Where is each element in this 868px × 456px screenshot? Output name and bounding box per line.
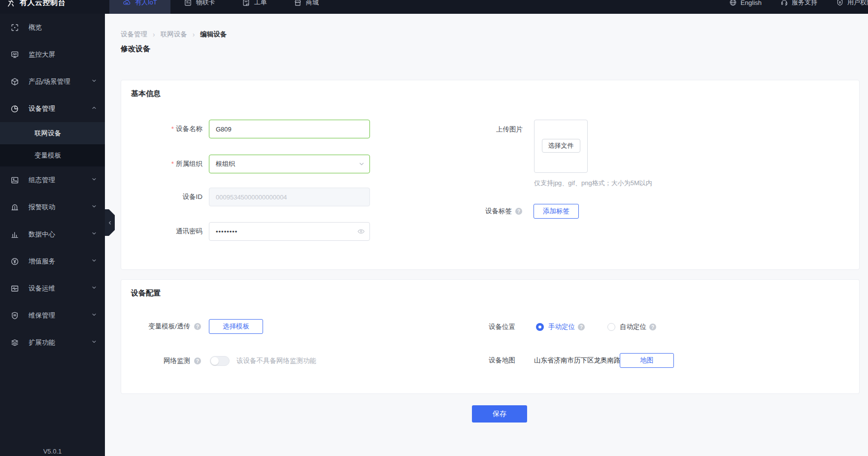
- choose-file-button[interactable]: 选择文件: [542, 139, 580, 153]
- language-switch[interactable]: English: [729, 0, 762, 6]
- sidebar-item-monitor-screen[interactable]: 监控大屏: [0, 41, 105, 68]
- help-icon[interactable]: ?: [649, 324, 656, 330]
- user-permissions-label: 用户权限: [847, 0, 868, 7]
- version-label: V5.0.1: [0, 448, 105, 455]
- breadcrumb-separator: ›: [153, 31, 155, 38]
- device-location-label: 设备位置: [446, 323, 515, 331]
- work-order-icon: [242, 0, 250, 7]
- service-support[interactable]: 服务支持: [780, 0, 817, 7]
- basic-info-title: 基本信息: [131, 89, 161, 98]
- image-icon: [10, 176, 19, 185]
- tab-label: 商城: [306, 0, 319, 7]
- sidebar-item-alarm-linkage[interactable]: 报警联动: [0, 194, 105, 221]
- sidebar: 概览 监控大屏 产品/场景管理: [0, 14, 105, 456]
- device-config-card: 设备配置 变量模板/透传 ? 选择模板 网络监测 ? 该设备不具备网络监测功能 …: [121, 279, 860, 394]
- sidebar-item-label: 数据中心: [29, 230, 55, 239]
- upload-dropzone[interactable]: 选择文件: [534, 120, 588, 173]
- tab-mall[interactable]: 商城: [280, 0, 332, 14]
- shield-check-icon: [10, 311, 19, 320]
- upload-image-label: 上传图片: [441, 125, 523, 134]
- organization-selected-value: 根组织: [216, 160, 235, 168]
- chevron-down-icon: [91, 78, 97, 85]
- sidebar-item-value-added-services[interactable]: 增值服务: [0, 248, 105, 275]
- top-nav-tabs: 有人IoT 物联卡 工单: [109, 0, 332, 14]
- pie-chart-icon: [10, 104, 19, 113]
- sidebar-item-device-ops[interactable]: 设备运维: [0, 275, 105, 302]
- auto-location-radio[interactable]: [607, 323, 615, 331]
- main-content: 设备管理 › 联网设备 › 编辑设备 修改设备 基本信息 *设备名称 *所属组织…: [105, 14, 868, 456]
- chevron-down-icon: [358, 161, 365, 167]
- device-address-text: 山东省济南市历下区龙奥南路: [534, 356, 621, 365]
- globe-icon: [729, 0, 737, 6]
- map-button[interactable]: 地图: [620, 353, 674, 368]
- topbar: 有人云控制台 有人IoT: [0, 0, 868, 14]
- comm-password-input[interactable]: [209, 222, 370, 241]
- breadcrumb-device-management[interactable]: 设备管理: [121, 30, 147, 39]
- basic-info-card: 基本信息 *设备名称 *所属组织 根组织 设备ID: [121, 80, 860, 270]
- breadcrumb: 设备管理 › 联网设备 › 编辑设备: [121, 30, 227, 39]
- page-title: 修改设备: [121, 44, 150, 54]
- shield-icon: [836, 0, 844, 6]
- cloud-icon: [123, 0, 131, 7]
- network-monitor-hint: 该设备不具备网络监测功能: [236, 357, 316, 365]
- save-button[interactable]: 保存: [472, 405, 527, 423]
- help-icon[interactable]: ?: [515, 208, 522, 215]
- device-management-submenu: 联网设备 变量模板: [0, 122, 105, 166]
- sidebar-item-extended-functions[interactable]: 扩展功能: [0, 329, 105, 356]
- sidebar-item-configuration-mgmt[interactable]: 组态管理: [0, 166, 105, 194]
- ops-icon: [10, 284, 19, 293]
- tab-iot-card[interactable]: 物联卡: [170, 0, 229, 14]
- sidebar-subitem-label: 联网设备: [34, 129, 61, 138]
- network-monitor-toggle[interactable]: [210, 356, 230, 366]
- required-mark: *: [171, 125, 174, 132]
- sidebar-subitem-variable-template[interactable]: 变量模板: [0, 144, 105, 166]
- chevron-down-icon: [91, 176, 97, 184]
- network-monitor-label: 网络监测: [121, 357, 190, 365]
- sidebar-item-label: 维保管理: [29, 311, 55, 320]
- sidebar-item-data-center[interactable]: 数据中心: [0, 221, 105, 248]
- tab-youren-iot[interactable]: 有人IoT: [109, 0, 170, 14]
- manual-location-radio[interactable]: [536, 323, 544, 331]
- sidebar-item-label: 产品/场景管理: [29, 77, 70, 86]
- logo[interactable]: 有人云控制台: [0, 0, 104, 7]
- sidebar-item-product-scene[interactable]: 产品/场景管理: [0, 68, 105, 95]
- alarm-icon: [10, 203, 19, 212]
- sidebar-item-label: 监控大屏: [29, 50, 55, 59]
- manual-location-label[interactable]: 手动定位: [548, 323, 575, 331]
- app-window: 有人云控制台 有人IoT: [0, 0, 868, 456]
- sidebar-item-maintenance-mgmt[interactable]: 维保管理: [0, 302, 105, 329]
- device-id-label: 设备ID: [121, 193, 202, 201]
- choose-template-button[interactable]: 选择模板: [209, 319, 263, 334]
- language-label: English: [740, 0, 762, 6]
- sidebar-item-overview[interactable]: 概览: [0, 14, 105, 41]
- sidebar-item-label: 扩展功能: [29, 338, 55, 347]
- tab-label: 物联卡: [196, 0, 215, 7]
- eye-icon[interactable]: [357, 228, 365, 235]
- tab-work-order[interactable]: 工单: [229, 0, 280, 14]
- yen-icon: [10, 257, 19, 266]
- chevron-down-icon: [91, 258, 97, 265]
- sidebar-item-device-management[interactable]: 设备管理: [0, 95, 105, 122]
- chevron-down-icon: [91, 230, 97, 238]
- auto-location-label[interactable]: 自动定位: [620, 323, 646, 331]
- breadcrumb-connected-devices[interactable]: 联网设备: [161, 30, 187, 39]
- sidebar-subitem-connected-devices[interactable]: 联网设备: [0, 122, 105, 144]
- organization-label: *所属组织: [121, 160, 202, 168]
- sidebar-item-label: 组态管理: [29, 176, 55, 185]
- help-icon[interactable]: ?: [194, 323, 201, 330]
- help-icon[interactable]: ?: [194, 358, 201, 364]
- device-name-input[interactable]: [209, 120, 370, 138]
- sidebar-item-label: 报警联动: [29, 203, 55, 212]
- breadcrumb-separator: ›: [193, 31, 195, 38]
- user-permissions[interactable]: 用户权限: [836, 0, 868, 7]
- chevron-up-icon: [91, 105, 97, 112]
- comm-password-label: 通讯密码: [121, 227, 202, 236]
- help-icon[interactable]: ?: [578, 324, 585, 330]
- sidebar-item-label: 概览: [29, 23, 42, 32]
- organization-select[interactable]: 根组织: [209, 155, 370, 173]
- app-title: 有人云控制台: [20, 0, 66, 7]
- add-tag-button[interactable]: 添加标签: [534, 204, 579, 219]
- sidebar-item-label: 增值服务: [29, 257, 55, 266]
- sidebar-subitem-label: 变量模板: [34, 151, 61, 160]
- topbar-right: English 服务支持 用户权限: [729, 0, 868, 7]
